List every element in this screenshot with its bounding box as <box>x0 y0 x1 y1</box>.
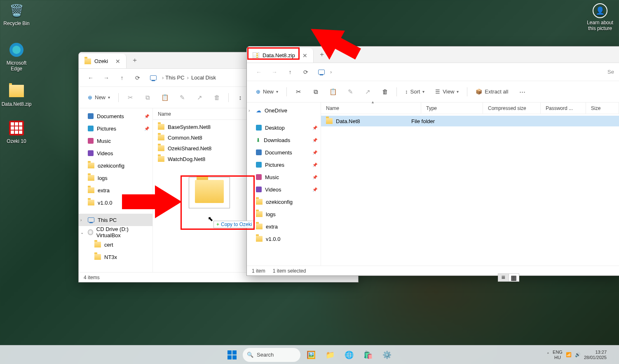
sidebar-item[interactable]: ozekiconfig <box>79 159 152 172</box>
sidebar-item[interactable]: ozekiconfig <box>247 196 321 208</box>
sidebar-item[interactable]: Documents📌 <box>79 110 152 122</box>
new-tab-button[interactable]: ＋ <box>127 52 143 68</box>
learn-about-picture[interactable]: 👤 Learn aboutthis picture <box>587 3 613 31</box>
share-button[interactable]: ↗ <box>360 84 375 99</box>
extract-all-button[interactable]: 📦 Extract all <box>471 84 512 99</box>
forward-button[interactable]: → <box>267 65 281 79</box>
new-button[interactable]: ⊕New▾ <box>252 84 282 99</box>
delete-button[interactable]: 🗑 <box>377 84 392 99</box>
refresh-button[interactable]: ⟳ <box>131 71 145 85</box>
sidebar-item[interactable]: Music <box>79 135 152 147</box>
pc-icon[interactable] <box>146 71 160 85</box>
back-button[interactable]: ← <box>252 65 266 79</box>
column-header[interactable]: Compressed size <box>483 103 541 114</box>
column-header[interactable]: Name▲ <box>321 103 421 114</box>
desktop-icon-zip[interactable]: Data.Net8.zip <box>0 82 33 107</box>
sidebar-item[interactable]: Videos <box>79 147 152 159</box>
sidebar-item[interactable]: extra <box>79 184 152 196</box>
status-bar: 1 item 1 item selected <box>247 266 619 275</box>
taskbar-widget[interactable]: 🖼️ <box>303 347 319 363</box>
tray-chevron-icon[interactable]: ˄ <box>547 352 549 357</box>
sidebar-item[interactable]: v1.0.0 <box>247 233 321 245</box>
sidebar-item[interactable]: ›☁OneDrive <box>247 104 321 117</box>
titlebar[interactable]: Data.Net8.zip ✕ ＋ <box>247 47 619 63</box>
sidebar-item[interactable]: Music📌 <box>247 171 321 183</box>
search-hint[interactable]: Se <box>607 69 614 75</box>
delete-button[interactable]: 🗑 <box>209 90 224 105</box>
breadcrumb[interactable]: This PC › Local Disk <box>165 75 216 81</box>
start-button[interactable] <box>224 347 240 363</box>
new-tab-button[interactable]: ＋ <box>314 47 330 63</box>
sidebar-item[interactable]: ⌄CD Drive (D:) VirtualBox <box>79 226 152 238</box>
search-placeholder: Search <box>257 352 274 358</box>
sidebar-item[interactable]: cert <box>79 238 152 251</box>
system-tray[interactable]: ˄ ENG HU 📶 🔊 13:27 28/01/2025 <box>547 350 614 359</box>
taskbar-store[interactable]: 🛍️ <box>360 347 376 363</box>
sidebar-item[interactable]: v1.0.0 <box>79 196 152 209</box>
file-list[interactable]: Data.Net8File folder <box>321 114 619 266</box>
window-tab[interactable]: Data.Net8.zip ✕ <box>247 48 314 63</box>
column-header[interactable]: Size <box>586 103 619 114</box>
taskbar-edge[interactable]: 🌐 <box>341 347 357 363</box>
column-header[interactable]: Type <box>421 103 483 114</box>
sidebar-item[interactable]: NT3x <box>79 251 152 263</box>
taskbar-app[interactable]: ⚙️ <box>379 347 395 363</box>
view-button[interactable]: ☰ View ▾ <box>431 84 463 99</box>
view-toggle[interactable]: ≡ ▦ <box>498 273 519 282</box>
explorer-window-zip[interactable]: Data.Net8.zip ✕ ＋ ← → ↑ ⟳ › Se ⊕New▾ ✂ ⧉… <box>246 46 619 276</box>
desktop-icon-recycle-bin[interactable]: 🗑️ Recycle Bin <box>0 2 33 26</box>
clock[interactable]: 13:27 28/01/2025 <box>584 350 607 359</box>
edge-icon <box>8 41 25 58</box>
sidebar-item[interactable]: ›This PC <box>79 214 152 226</box>
navigation-pane[interactable]: Documents📌Pictures📌MusicVideosozekiconfi… <box>79 108 153 272</box>
desktop-icon-ozeki10[interactable]: Ozeki 10 <box>0 119 33 144</box>
taskbar-explorer[interactable]: 📁 <box>322 347 338 363</box>
cut-button[interactable]: ✂ <box>123 90 138 105</box>
new-button[interactable]: ⊕New▾ <box>84 90 114 105</box>
cut-button[interactable]: ✂ <box>291 84 306 99</box>
list-item[interactable]: Data.Net8File folder <box>321 116 619 126</box>
volume-icon[interactable]: 🔊 <box>575 352 581 357</box>
column-headers[interactable]: Name▲TypeCompressed sizePassword ...Size <box>321 103 619 114</box>
taskbar-search[interactable]: 🔍Search <box>243 348 300 362</box>
column-header[interactable]: Password ... <box>541 103 586 114</box>
close-tab-icon[interactable]: ✕ <box>115 58 120 65</box>
copy-button[interactable]: ⧉ <box>308 84 323 99</box>
sidebar-item[interactable]: Pictures📌 <box>247 159 321 171</box>
paste-button[interactable]: 📋 <box>326 84 340 99</box>
sort-button[interactable]: ↕ <box>233 90 248 105</box>
rename-button[interactable]: ✎ <box>175 90 190 105</box>
language-indicator[interactable]: ENG HU <box>553 350 563 359</box>
breadcrumb-item[interactable]: This PC <box>165 75 184 81</box>
breadcrumb-item[interactable]: Local Disk <box>191 75 216 81</box>
sidebar-item[interactable]: Documents📌 <box>247 146 321 159</box>
window-tab[interactable]: Ozeki ✕ <box>79 54 127 68</box>
close-tab-icon[interactable]: ✕ <box>302 52 307 59</box>
sort-button[interactable]: ↕ Sort ▾ <box>401 84 429 99</box>
details-view-icon[interactable]: ≡ <box>498 274 509 281</box>
rename-button[interactable]: ✎ <box>343 84 358 99</box>
paste-button[interactable]: 📋 <box>157 90 172 105</box>
navigation-pane[interactable]: ›☁OneDriveDesktop📌⬇Downloads📌Documents📌P… <box>247 103 321 266</box>
more-button[interactable]: ⋯ <box>515 84 530 99</box>
up-button[interactable]: ↑ <box>115 71 129 85</box>
sidebar-item[interactable]: logs <box>247 208 321 220</box>
network-icon[interactable]: 📶 <box>566 352 572 357</box>
copy-button[interactable]: ⧉ <box>140 90 155 105</box>
taskbar[interactable]: 🔍Search 🖼️ 📁 🌐 🛍️ ⚙️ ˄ ENG HU 📶 🔊 13:27 … <box>0 345 619 364</box>
refresh-button[interactable]: ⟳ <box>299 65 313 79</box>
sidebar-item[interactable]: extra <box>247 220 321 233</box>
sidebar-item[interactable]: Videos📌 <box>247 183 321 196</box>
pc-icon[interactable] <box>314 65 328 79</box>
share-button[interactable]: ↗ <box>192 90 207 105</box>
sidebar-item[interactable]: Desktop📌 <box>247 121 321 134</box>
sidebar-item[interactable]: Pictures📌 <box>79 122 152 135</box>
sidebar-item[interactable]: logs <box>79 172 152 184</box>
back-button[interactable]: ← <box>84 71 98 85</box>
thumbnails-view-icon[interactable]: ▦ <box>509 274 519 281</box>
up-button[interactable]: ↑ <box>283 65 297 79</box>
sidebar-item[interactable]: ⬇Downloads📌 <box>247 134 321 146</box>
forward-button[interactable]: → <box>99 71 113 85</box>
desktop-icon-edge[interactable]: MicrosoftEdge <box>0 41 33 72</box>
file-view[interactable]: Name▲TypeCompressed sizePassword ...Size… <box>321 103 619 266</box>
